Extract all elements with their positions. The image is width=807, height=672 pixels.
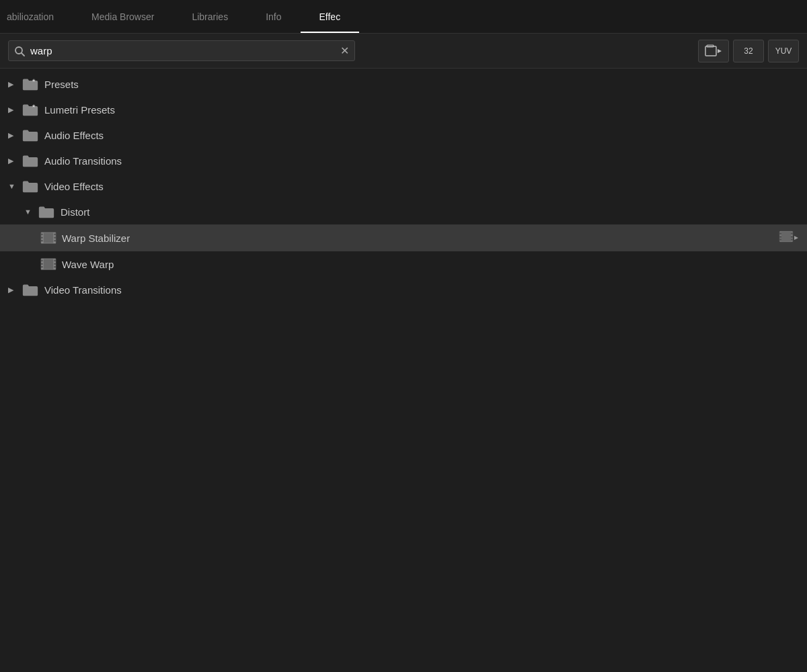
chevron-icon: ▶ — [8, 131, 17, 140]
svg-text:★: ★ — [32, 103, 36, 108]
tree-item-video-transitions[interactable]: ▶ Video Transitions — [0, 277, 807, 302]
svg-rect-25 — [41, 260, 43, 262]
folder-icon — [22, 179, 39, 194]
search-container: ✕ — [8, 40, 355, 61]
toolbar: ✕ 32 YUV — [0, 34, 807, 69]
svg-rect-8 — [41, 234, 43, 236]
presets-label: Presets — [44, 79, 799, 90]
tab-stabilization[interactable]: abiliozation — [0, 0, 73, 33]
svg-rect-22 — [781, 232, 791, 241]
tab-bar: abiliozation Media Browser Libraries Inf… — [0, 0, 807, 34]
folder-icon — [22, 153, 39, 168]
accelerated-badge — [779, 230, 799, 246]
effects-list: ▶ ★ Presets ▶ ★ Lumetri Presets ▶ — [0, 69, 807, 672]
svg-rect-12 — [54, 237, 56, 239]
search-icon — [14, 46, 25, 56]
chevron-icon: ▶ — [8, 157, 17, 165]
tab-effects[interactable]: Effec — [301, 0, 360, 33]
svg-rect-27 — [41, 266, 43, 268]
tab-libraries[interactable]: Libraries — [173, 0, 247, 33]
svg-rect-29 — [54, 263, 56, 265]
wave-warp-label: Wave Warp — [62, 259, 799, 270]
tree-item-lumetri-presets[interactable]: ▶ ★ Lumetri Presets — [0, 97, 807, 122]
video-effects-label: Video Effects — [44, 181, 799, 192]
folder-star-icon: ★ — [22, 77, 39, 91]
warp-stabilizer-label: Warp Stabilizer — [62, 233, 775, 244]
chevron-down-icon: ▼ — [24, 208, 34, 216]
tree-item-audio-effects[interactable]: ▶ Audio Effects — [0, 122, 807, 148]
svg-line-1 — [22, 53, 24, 56]
folder-icon — [38, 204, 55, 219]
tree-item-warp-stabilizer[interactable]: Warp Stabilizer — [0, 224, 807, 251]
tab-info[interactable]: Info — [247, 0, 300, 33]
svg-rect-2 — [705, 46, 716, 56]
svg-rect-26 — [41, 263, 43, 265]
svg-rect-16 — [779, 233, 781, 235]
effect-film-icon — [40, 230, 56, 245]
svg-rect-17 — [779, 236, 781, 238]
tree-item-video-effects[interactable]: ▼ Video Effects — [0, 173, 807, 199]
svg-rect-19 — [791, 233, 793, 235]
tree-item-presets[interactable]: ▶ ★ Presets — [0, 71, 807, 97]
video-transitions-label: Video Transitions — [44, 284, 799, 296]
yuv-button[interactable]: YUV — [768, 40, 799, 62]
tree-item-audio-transitions[interactable]: ▶ Audio Transitions — [0, 148, 807, 173]
svg-rect-31 — [44, 259, 54, 269]
new-bin-button[interactable] — [698, 40, 729, 62]
tree-item-wave-warp[interactable]: Wave Warp — [0, 251, 807, 277]
svg-rect-18 — [779, 239, 781, 241]
svg-rect-21 — [791, 239, 793, 241]
chevron-icon: ▶ — [8, 106, 17, 114]
folder-icon — [22, 128, 39, 142]
svg-text:★: ★ — [32, 78, 36, 83]
app-container: abiliozation Media Browser Libraries Inf… — [0, 0, 807, 672]
svg-rect-30 — [54, 266, 56, 268]
svg-rect-28 — [54, 260, 56, 262]
svg-rect-11 — [54, 234, 56, 236]
chevron-icon: ▶ — [8, 286, 17, 294]
search-clear-button[interactable]: ✕ — [340, 44, 349, 57]
svg-marker-23 — [794, 236, 798, 240]
distort-label: Distort — [61, 206, 799, 218]
folder-icon — [22, 282, 39, 297]
folder-star-icon: ★ — [22, 102, 39, 117]
tree-item-distort[interactable]: ▼ Distort — [0, 199, 807, 224]
svg-rect-9 — [41, 237, 43, 239]
audio-effects-label: Audio Effects — [44, 130, 799, 141]
chevron-down-icon: ▼ — [8, 182, 17, 190]
tab-media-browser[interactable]: Media Browser — [73, 0, 173, 33]
search-input[interactable] — [30, 45, 335, 56]
svg-rect-13 — [54, 240, 56, 242]
audio-transitions-label: Audio Transitions — [44, 155, 799, 167]
lumetri-presets-label: Lumetri Presets — [44, 104, 799, 116]
svg-rect-10 — [41, 240, 43, 242]
svg-marker-4 — [718, 49, 722, 53]
effect-film-icon — [40, 257, 56, 271]
svg-rect-20 — [791, 236, 793, 238]
bit-depth-button[interactable]: 32 — [733, 40, 764, 62]
svg-rect-14 — [44, 233, 54, 243]
chevron-icon: ▶ — [8, 80, 17, 89]
